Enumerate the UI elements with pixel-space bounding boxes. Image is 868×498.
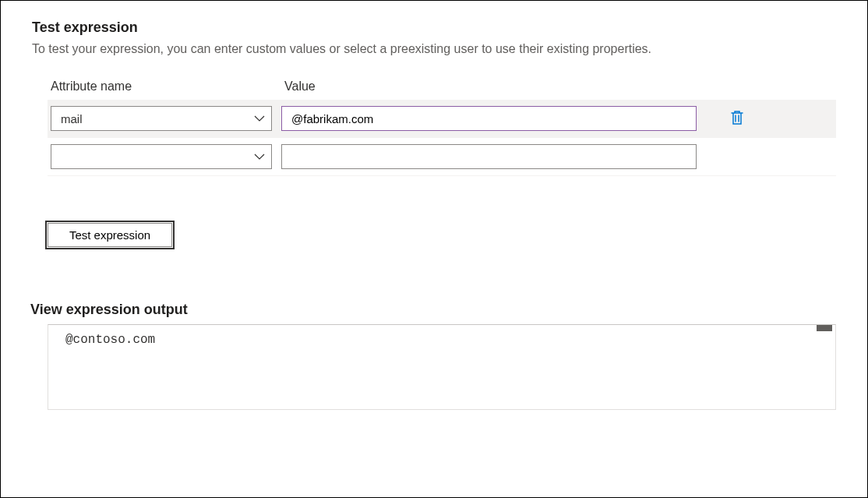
table-header-row: Attribute name Value: [48, 79, 836, 100]
value-input[interactable]: [281, 144, 697, 169]
trash-icon: [730, 110, 744, 128]
scroll-indicator: [817, 325, 832, 331]
test-expression-description: To test your expression, you can enter c…: [32, 42, 836, 56]
attribute-table: Attribute name Value mail: [48, 79, 836, 176]
test-expression-title: Test expression: [32, 19, 836, 36]
table-row: mail: [48, 100, 836, 138]
column-attribute-name-header: Attribute name: [48, 79, 281, 94]
attribute-name-select-value[interactable]: mail: [51, 106, 272, 131]
attribute-name-select[interactable]: mail: [51, 106, 272, 131]
value-input[interactable]: [281, 106, 697, 131]
delete-row-button[interactable]: [727, 107, 747, 131]
test-expression-button[interactable]: Test expression: [48, 223, 172, 247]
column-value-header: Value: [281, 79, 316, 94]
expression-output-box[interactable]: @contoso.com: [48, 324, 836, 410]
expression-output-value: @contoso.com: [65, 333, 155, 347]
view-expression-output-title: View expression output: [30, 302, 836, 318]
attribute-name-select-value[interactable]: [51, 144, 272, 169]
attribute-name-select[interactable]: [51, 144, 272, 169]
table-row: [48, 138, 836, 176]
